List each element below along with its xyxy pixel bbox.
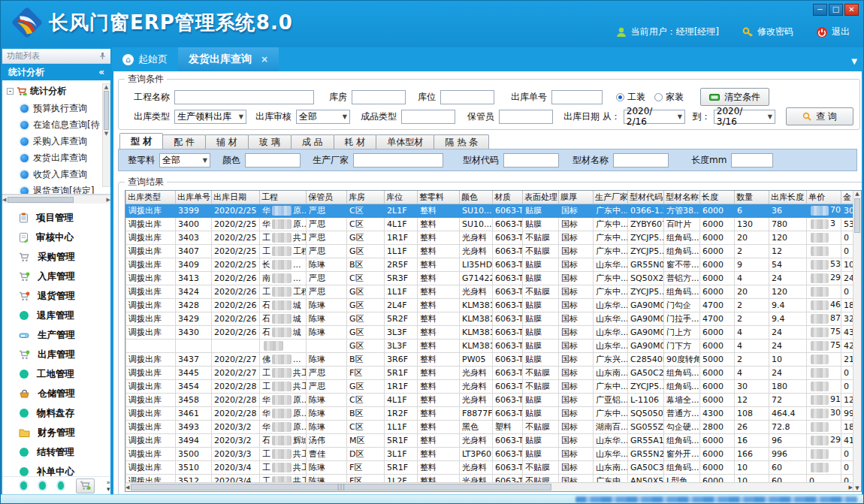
table-row[interactable]: 调拨出库34582020/2/28华原...陈琳C区4L1F整料光身料6063-… <box>126 393 861 406</box>
search-button[interactable]: 查 询 <box>786 107 853 125</box>
out-type-combo[interactable]: 生产领料出库▼ <box>174 110 246 124</box>
sidebar-item-10[interactable]: 仓储管理 <box>2 384 110 403</box>
column-header[interactable]: 生产厂家 <box>594 191 628 204</box>
pin-icon[interactable] <box>99 52 106 60</box>
table-row[interactable]: 调拨出库34132020/2/26南...严思C区5R3F整料G71422606… <box>126 271 861 285</box>
column-header[interactable]: 出库长度 <box>769 191 807 204</box>
material-tab-7[interactable]: 隔 热 条 <box>434 134 489 149</box>
table-row[interactable]: 调拨出库34942020/3/2石辉城汤伟M区5R1F整料光身料6063-T5贴… <box>126 433 861 447</box>
color-input[interactable] <box>245 153 301 167</box>
radio-gongzhuang[interactable]: 工装 <box>616 91 645 104</box>
table-row[interactable]: 调拨出库34002020/2/25华原...严思C区4L1F整料SU10...6… <box>126 217 861 231</box>
date-from-picker[interactable]: 2020/ 2/16▼ <box>624 110 685 124</box>
tree-root[interactable]: - 统计分析 <box>5 83 109 100</box>
table-row[interactable]: 调拨出库34282020/2/26石城陈琳G区2L4F整料KLM38176063… <box>126 298 861 312</box>
project-name-input[interactable] <box>174 90 314 104</box>
column-header[interactable]: 保管员 <box>307 191 347 204</box>
material-tab-1[interactable]: 配 件 <box>162 134 206 149</box>
column-header[interactable]: 表面处理 <box>523 191 559 204</box>
column-header[interactable]: 出库类型 <box>126 191 176 204</box>
tab-list-caret-icon[interactable]: ▼ <box>851 57 857 65</box>
collapse-icon[interactable]: « <box>98 67 104 77</box>
tree-item-5[interactable]: 退货查询[待定] <box>5 183 109 195</box>
column-header[interactable]: 出库单号 <box>176 191 212 204</box>
table-row[interactable]: 调拨出库34292020/2/26石城陈琳G区5R2F整料KLM38176063… <box>126 312 861 325</box>
quick-dot-icon[interactable] <box>39 481 46 490</box>
order-no-input[interactable] <box>551 90 603 104</box>
more-chevron[interactable]: »▾ <box>107 479 111 493</box>
date-to-picker[interactable]: 2020/ 3/16▼ <box>714 110 775 124</box>
tree-expander-icon[interactable]: - <box>7 88 14 95</box>
quick-dot-icon[interactable] <box>20 481 27 490</box>
tree-vertical-scrollbar[interactable]: ▲▼ <box>102 83 110 187</box>
column-header[interactable]: 型材代码 <box>628 191 664 204</box>
keeper-input[interactable] <box>499 110 553 124</box>
sidebar-item-3[interactable]: 采购管理 <box>2 247 110 267</box>
table-row[interactable]: 调拨出库34452020/2/27工共工程严思F区5R1F整料光身料6063-T… <box>126 366 861 379</box>
close-button[interactable]: ✕ <box>844 4 859 16</box>
table-row[interactable]: 调拨出库34092020/2/25长...陈琳B区2R5F整料LI35HD606… <box>126 258 861 271</box>
grid-vertical-scrollbar[interactable]: ▲▼ <box>853 191 861 491</box>
table-row[interactable]: 调拨出库34302020/2/26石城陈琳G区3L3F整料KLM38176063… <box>126 325 861 339</box>
tree-item-1[interactable]: 在途信息查询[待 <box>5 116 109 133</box>
material-tab-3[interactable]: 玻 璃 <box>248 134 292 149</box>
table-row[interactable]: 调拨出库34932020/3/2华原...陈琳C区1L1F整料黑色塑料不贴膜国标… <box>126 420 861 433</box>
sidebar-item-13[interactable]: 结转管理 <box>2 442 110 462</box>
logout-link[interactable]: 退出 <box>816 26 850 38</box>
tree-item-0[interactable]: 预算执行查询 <box>5 100 109 116</box>
sidebar-item-9[interactable]: 工地管理 <box>2 364 110 384</box>
table-row[interactable]: 调拨出库34072020/2/25工工程严思G区1L1F整料光身料6063-T5… <box>126 244 861 258</box>
column-header[interactable]: 单价 <box>807 191 841 204</box>
quick-cart-button[interactable] <box>76 478 94 493</box>
material-tab-2[interactable]: 辅 材 <box>205 134 249 149</box>
table-row[interactable]: 调拨出库34032020/2/25工共工程严思G区1R1F整料光身料6063-T… <box>126 231 861 244</box>
table-row[interactable]: 调拨出库34242020/2/26工工程严思G区1L1F整料光身料6063-T5… <box>126 285 861 298</box>
column-header[interactable]: 库房 <box>347 191 385 204</box>
sidebar-item-5[interactable]: 退货管理 <box>2 286 110 306</box>
change-password-link[interactable]: 修改密码 <box>742 26 793 38</box>
sidebar-item-6[interactable]: 退库管理 <box>2 306 110 325</box>
table-row[interactable]: 调拨出库35002020/3/3工共工程曹佳D区3L1F整料LT3P606063… <box>126 447 861 460</box>
sidebar-item-2[interactable]: 审核中心 <box>2 228 110 247</box>
factory-input[interactable] <box>353 153 443 167</box>
table-row[interactable]: 调拨出库34372020/2/27佛...陈琳B区3R6F整料PW056063-… <box>126 352 861 366</box>
warehouse-input[interactable] <box>352 90 406 104</box>
table-row[interactable]: 调拨出库33992020/2/25华原...严思C区2L1F整料SU10...6… <box>126 204 861 217</box>
tab-close-icon[interactable]: × <box>256 54 268 65</box>
sidebar-item-8[interactable]: 出库管理 <box>2 345 110 364</box>
tree-horizontal-scrollbar[interactable]: ◀▶ <box>2 195 110 204</box>
column-header[interactable]: 工程 <box>260 191 307 204</box>
maximize-button[interactable]: □ <box>829 4 843 16</box>
sidebar-item-4[interactable]: 入库管理 <box>2 267 110 286</box>
zhengling-combo[interactable]: 全部▼ <box>159 153 210 167</box>
sidebar-item-12[interactable]: 财务管理 <box>2 423 110 442</box>
column-header[interactable]: 颜色 <box>460 191 493 204</box>
material-tab-5[interactable]: 耗 材 <box>334 134 377 149</box>
column-header[interactable]: 数量 <box>735 191 769 204</box>
tree-item-2[interactable]: 采购入库查询 <box>5 133 109 149</box>
quick-dot-icon[interactable] <box>58 481 65 490</box>
tree-item-4[interactable]: 收货入库查询 <box>5 166 109 183</box>
sidebar-item-11[interactable]: 物料盘存 <box>2 403 110 423</box>
table-row[interactable]: 调拨出库34542020/2/28工共工程严思G区1R1F整料光身料6063-T… <box>126 379 861 393</box>
sidebar-item-1[interactable]: 项目管理 <box>2 208 110 228</box>
tab-shipment-query[interactable]: 发货出库查询 × <box>178 47 279 71</box>
column-header[interactable]: 出库日期 <box>212 191 260 204</box>
column-header[interactable]: 库位 <box>385 191 418 204</box>
grid-horizontal-scrollbar[interactable]: ◀|||▶ <box>125 482 853 491</box>
length-input[interactable] <box>731 153 773 167</box>
audit-combo[interactable]: 全部▼ <box>296 110 350 124</box>
column-header[interactable]: 长度 <box>700 191 735 204</box>
panel-header-stats[interactable]: 统计分析 « <box>2 64 110 80</box>
tree-item-3[interactable]: 发货出库查询 <box>5 149 109 166</box>
tab-home[interactable]: ⌂ 起始页 <box>112 47 178 71</box>
column-header[interactable]: 材质 <box>493 191 523 204</box>
column-header[interactable]: 膜厚 <box>559 191 594 204</box>
material-tab-6[interactable]: 单体型材 <box>376 134 434 149</box>
material-tab-4[interactable]: 成 品 <box>291 134 334 149</box>
material-tab-0[interactable]: 型 材 <box>119 133 163 149</box>
table-row[interactable]: 调拨出库35102020/3/4工共工程陈琳F区5R1F整料光身料6063-T5… <box>126 460 861 474</box>
table-row[interactable]: G区3L3F整料KLM38176063-T5贴膜国标山东华...GA90M09.… <box>126 339 861 352</box>
column-header[interactable]: 型材名称 <box>664 191 700 204</box>
product-type-input[interactable] <box>401 110 455 124</box>
